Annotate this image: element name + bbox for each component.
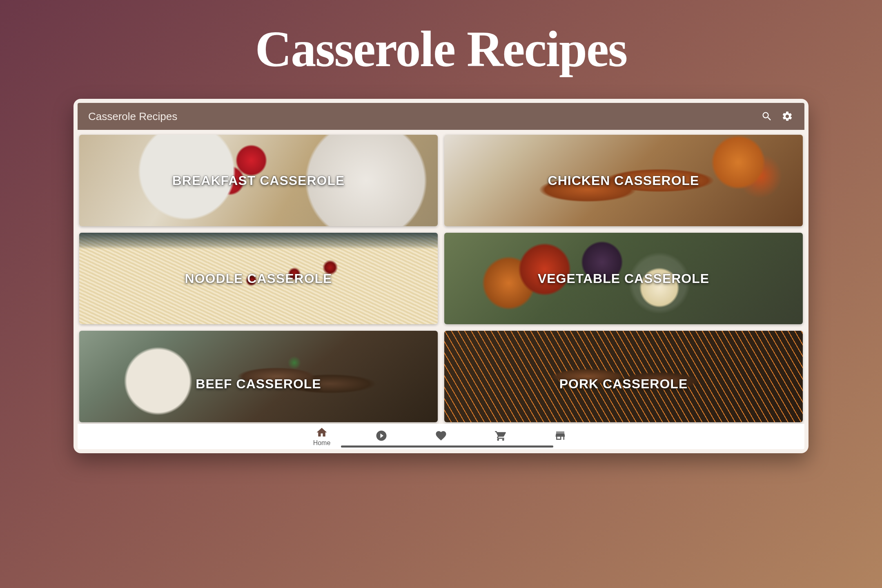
recipe-card-beef[interactable]: BEEF CASSEROLE bbox=[79, 331, 438, 422]
recipe-card-label: BEEF CASSEROLE bbox=[196, 376, 321, 392]
recipe-card-label: PORK CASSEROLE bbox=[559, 376, 688, 392]
recipe-card-label: NOODLE CASSEROLE bbox=[185, 271, 332, 286]
nav-home-label: Home bbox=[313, 439, 331, 447]
heart-icon bbox=[435, 430, 447, 443]
cart-icon bbox=[494, 430, 507, 443]
nav-play[interactable] bbox=[370, 430, 393, 443]
settings-icon[interactable] bbox=[781, 110, 794, 123]
nav-favorites[interactable] bbox=[430, 430, 452, 443]
recipe-grid: BREAKFAST CASSEROLE CHICKEN CASSEROLE NO… bbox=[78, 130, 804, 422]
recipe-card-breakfast[interactable]: BREAKFAST CASSEROLE bbox=[79, 135, 438, 226]
app-window: Casserole Recipes BREAKFAST CASSEROLE CH… bbox=[74, 99, 808, 453]
play-circle-icon bbox=[375, 430, 388, 443]
store-icon bbox=[554, 430, 566, 443]
recipe-card-noodle[interactable]: NOODLE CASSEROLE bbox=[79, 233, 438, 324]
recipe-card-pork[interactable]: PORK CASSEROLE bbox=[444, 331, 803, 422]
recipe-card-label: CHICKEN CASSEROLE bbox=[548, 173, 699, 188]
page-title: Casserole Recipes bbox=[255, 20, 627, 78]
nav-store[interactable] bbox=[549, 430, 572, 443]
nav-home[interactable]: Home bbox=[310, 426, 333, 447]
recipe-card-vegetable[interactable]: VEGETABLE CASSEROLE bbox=[444, 233, 803, 324]
home-icon bbox=[316, 426, 328, 440]
app-topbar-title: Casserole Recipes bbox=[88, 110, 753, 123]
recipe-card-chicken[interactable]: CHICKEN CASSEROLE bbox=[444, 135, 803, 226]
app-topbar: Casserole Recipes bbox=[78, 103, 804, 130]
recipe-card-label: VEGETABLE CASSEROLE bbox=[538, 271, 709, 286]
recipe-card-label: BREAKFAST CASSEROLE bbox=[172, 173, 345, 188]
nav-cart[interactable] bbox=[489, 430, 512, 443]
nav-indicator bbox=[341, 445, 553, 448]
bottom-nav: Home bbox=[78, 424, 804, 449]
search-icon[interactable] bbox=[760, 110, 773, 123]
